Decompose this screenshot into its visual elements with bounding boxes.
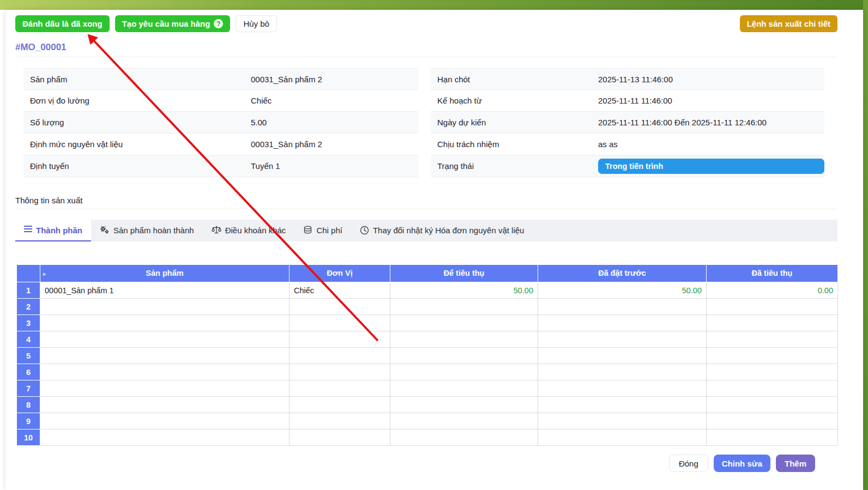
grid-cell[interactable] — [538, 364, 707, 380]
footer-actions: Đóng Chỉnh sửa Thêm — [15, 455, 815, 472]
grid-cell[interactable] — [707, 429, 838, 446]
grid-cell[interactable] — [40, 315, 290, 331]
tab-gears[interactable]: Sản phẩm hoàn thành — [91, 220, 203, 241]
grid-cell[interactable] — [707, 299, 838, 315]
tab-list[interactable]: Thành phần — [15, 220, 91, 241]
grid-cell[interactable] — [40, 429, 290, 446]
grid-cell[interactable] — [290, 413, 390, 429]
detail-label: Trạng thái — [431, 161, 598, 171]
toolbar: Đánh dấu là đã xong Tạo yêu cầu mua hàng… — [15, 15, 837, 32]
grid-row: 10 — [17, 429, 838, 446]
detail-label: Chịu trách nhiệm — [431, 140, 598, 149]
grid-cell[interactable] — [290, 331, 390, 348]
grid-cell[interactable] — [538, 429, 707, 446]
grid-cell[interactable] — [290, 380, 390, 397]
details-section: Sản phẩm00031_Sản phẩm 2Đơn vị đo lườngC… — [15, 68, 837, 177]
grid-row-number[interactable]: 5 — [17, 348, 40, 364]
grid-cell[interactable] — [290, 429, 390, 446]
grid-cell[interactable] — [707, 331, 838, 348]
detail-row: Sản phẩm00031_Sản phẩm 2 — [23, 68, 418, 90]
grid-cell[interactable] — [390, 315, 538, 331]
grid-cell[interactable] — [707, 380, 838, 397]
grid-column-header[interactable]: Đã tiêu thụ — [707, 265, 838, 282]
grid-column-header-label: Để tiêu thụ — [444, 269, 485, 277]
tab-clock[interactable]: Thay đổi nhật ký Hóa đơn nguyên vật liệu — [351, 220, 533, 241]
grid-cell[interactable] — [538, 315, 707, 331]
grid-column-header-label: Đã đặt trước — [598, 269, 646, 277]
grid-cell[interactable] — [707, 364, 838, 380]
detail-value: 00031_Sản phẩm 2 — [251, 140, 418, 149]
grid-cell[interactable] — [290, 348, 390, 364]
grid-cell[interactable] — [538, 299, 707, 315]
grid-row-number[interactable]: 8 — [17, 397, 40, 413]
grid-cell[interactable] — [538, 331, 707, 348]
grid-cell[interactable] — [40, 380, 290, 397]
tab-scale[interactable]: Điều khoản khác — [203, 220, 295, 241]
grid-row-number[interactable]: 7 — [17, 380, 40, 397]
grid-cell[interactable] — [538, 380, 707, 397]
grid-cell[interactable]: Chiếc — [290, 282, 390, 299]
grid-cell[interactable] — [290, 299, 390, 315]
grid-column-header[interactable]: Để tiêu thụ — [390, 265, 538, 282]
detail-label: Ngày dự kiến — [431, 118, 598, 127]
grid-cell[interactable] — [40, 413, 290, 429]
grid-cell[interactable] — [40, 348, 290, 364]
tab-coins[interactable]: Chi phí — [294, 220, 351, 241]
grid-row-number[interactable]: 9 — [17, 413, 40, 429]
grid-cell[interactable] — [390, 299, 538, 315]
grid-cell[interactable] — [290, 397, 390, 413]
add-label: Thêm — [785, 459, 806, 468]
edit-label: Chỉnh sửa — [722, 459, 762, 468]
grid-row-number[interactable]: 2 — [17, 299, 40, 315]
grid-cell[interactable] — [40, 364, 290, 380]
grid-cell[interactable] — [40, 299, 290, 315]
grid-cell[interactable] — [538, 348, 707, 364]
grid-cell[interactable] — [390, 397, 538, 413]
grid-column-header[interactable]: Đơn Vị — [290, 265, 390, 282]
cancel-button[interactable]: Hủy bỏ — [236, 15, 277, 32]
grid-row-number[interactable]: 6 — [17, 364, 40, 380]
page-top-banner — [0, 0, 868, 10]
grid-row-number[interactable]: 1 — [17, 282, 40, 299]
grid-cell[interactable] — [707, 348, 838, 364]
grid-cell[interactable] — [290, 315, 390, 331]
grid-corner-cell[interactable] — [17, 265, 40, 282]
add-button[interactable]: Thêm — [776, 455, 815, 472]
grid-cell[interactable]: 50.00 — [538, 282, 707, 299]
grid-row-number[interactable]: 3 — [17, 315, 40, 331]
grid-column-header[interactable]: ▸Sản phẩm — [40, 265, 290, 282]
detail-label: Đơn vị đo lường — [23, 96, 251, 105]
grid-cell[interactable] — [390, 429, 538, 446]
grid-cell[interactable] — [707, 413, 838, 429]
grid-row-number[interactable]: 4 — [17, 331, 40, 348]
create-purchase-request-button[interactable]: Tạo yêu cầu mua hàng ? — [115, 15, 231, 32]
grid-cell[interactable] — [538, 413, 707, 429]
grid-cell[interactable] — [390, 331, 538, 348]
grid-cell[interactable] — [390, 380, 538, 397]
grid-cell[interactable] — [290, 364, 390, 380]
grid-cell[interactable] — [40, 397, 290, 413]
detail-label: Số lượng — [23, 118, 251, 127]
page-title: #MO_00001 — [15, 42, 837, 53]
production-order-detail-button[interactable]: Lệnh sản xuất chi tiết — [740, 15, 837, 32]
grid-cell[interactable]: 50.00 — [390, 282, 538, 299]
grid-cell[interactable] — [390, 364, 538, 380]
grid-row-number[interactable]: 10 — [17, 429, 40, 446]
grid-row: 6 — [17, 364, 838, 380]
grid-cell[interactable] — [40, 331, 290, 348]
grid-cell[interactable] — [390, 348, 538, 364]
help-icon[interactable]: ? — [214, 19, 223, 28]
grid-cell[interactable]: 0.00 — [707, 282, 838, 299]
grid-cell[interactable] — [538, 397, 707, 413]
grid-cell[interactable] — [707, 397, 838, 413]
mark-done-button[interactable]: Đánh dấu là đã xong — [15, 15, 110, 32]
grid-cell[interactable] — [390, 413, 538, 429]
grid-cell[interactable] — [707, 315, 838, 331]
grid-cell[interactable]: 00001_Sản phẩm 1 — [40, 282, 290, 299]
edit-button[interactable]: Chỉnh sửa — [714, 455, 770, 472]
detail-row: Định mức nguyên vật liệu00031_Sản phẩm 2 — [23, 134, 418, 155]
status-badge[interactable]: Trong tiến trình — [598, 159, 824, 174]
grid-column-header[interactable]: Đã đặt trước — [538, 265, 707, 282]
column-expand-icon[interactable]: ▸ — [43, 270, 46, 277]
close-button[interactable]: Đóng — [669, 455, 708, 472]
